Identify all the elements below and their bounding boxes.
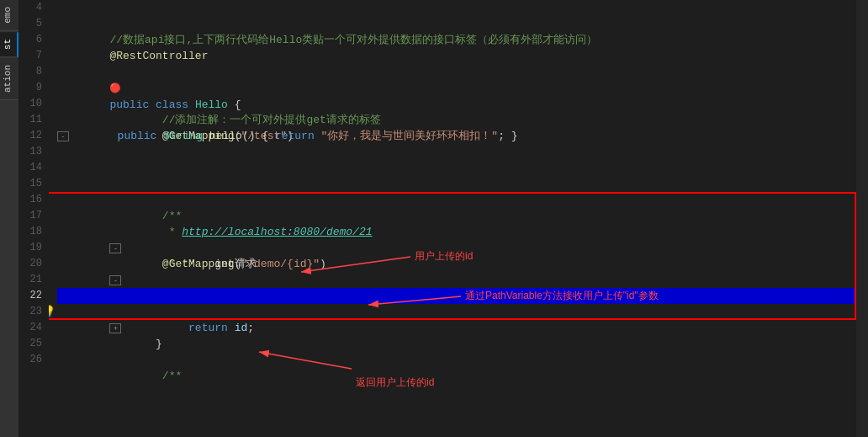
code-line-17: * http://localhost:8080/demo/21 bbox=[57, 208, 856, 224]
code-line-7 bbox=[57, 48, 856, 64]
code-line-10: //添加注解：一个可对外提供get请求的标签 bbox=[57, 96, 856, 112]
line-num-19: 19 bbox=[19, 240, 42, 256]
line-num-7: 7 bbox=[19, 48, 42, 64]
code-line-13 bbox=[57, 144, 856, 160]
code-line-8: 🔴 public class Hello { bbox=[57, 64, 856, 80]
code-line-4 bbox=[57, 0, 856, 16]
code-line-16: /** bbox=[57, 192, 856, 208]
code-line-14 bbox=[57, 160, 856, 176]
line-num-24: 24 bbox=[19, 320, 42, 336]
line-num-12: 12 bbox=[19, 128, 42, 144]
line-num-10: 10 bbox=[19, 96, 42, 112]
line-num-25: 25 bbox=[19, 336, 42, 352]
code-line-12: - public String hello() { return "你好，我是与… bbox=[57, 128, 856, 144]
line-num-11: 11 bbox=[19, 112, 42, 128]
line-num-5: 5 bbox=[19, 16, 42, 32]
line-num-26: 26 bbox=[19, 352, 42, 368]
tab-st[interactable]: st bbox=[0, 32, 19, 57]
code-line-5: //数据api接口,上下两行代码给Hello类贴一个可对外提供数据的接口标签（必… bbox=[57, 16, 856, 32]
code-area[interactable]: //数据api接口,上下两行代码给Hello类贴一个可对外提供数据的接口标签（必… bbox=[49, 0, 856, 437]
line-num-9: 9 bbox=[19, 80, 42, 96]
line-num-21: 21 bbox=[19, 272, 42, 288]
code-line-24 bbox=[57, 320, 856, 336]
code-line-15 bbox=[57, 176, 856, 192]
line-num-14: 14 bbox=[19, 160, 42, 176]
line-num-15: 15 bbox=[19, 176, 42, 192]
code-line-19: @GetMapping("/demo/{id}") bbox=[57, 240, 856, 256]
editor-container: 4 5 6 7 8 9 10 11 12 13 14 15 16 17 18 1… bbox=[19, 0, 868, 437]
tab-demo[interactable]: emo bbox=[0, 0, 19, 31]
code-line-25 bbox=[57, 336, 856, 352]
line-num-22: 22 bbox=[19, 288, 42, 304]
code-line-6: @RestController bbox=[57, 32, 856, 48]
line-num-18: 18 bbox=[19, 224, 42, 240]
line-num-17: 17 bbox=[19, 208, 42, 224]
svg-text:返回用户上传的id: 返回用户上传的id bbox=[356, 376, 434, 388]
line-num-8: 8 bbox=[19, 64, 42, 80]
line-num-20: 20 bbox=[19, 256, 42, 272]
code-line-18: - * */ get请求 bbox=[57, 224, 856, 240]
code-line-9 bbox=[57, 80, 856, 96]
line-num-13: 13 bbox=[19, 144, 42, 160]
line-num-16: 16 bbox=[19, 192, 42, 208]
code-line-21: System.out.println("id="+id); bbox=[57, 272, 856, 288]
code-line-20: - public String demo(@PathVariable("id")… bbox=[57, 256, 856, 272]
left-panel-tabs: emo st ation bbox=[0, 0, 19, 437]
line-num-4: 4 bbox=[19, 0, 42, 16]
line-num-23: 23 bbox=[19, 304, 42, 320]
code-line-22: 💡 return id; bbox=[57, 288, 856, 304]
code-line-23: + } bbox=[57, 304, 856, 320]
right-scrollbar[interactable] bbox=[856, 0, 868, 437]
tab-ation[interactable]: ation bbox=[0, 58, 19, 100]
editor-content: 4 5 6 7 8 9 10 11 12 13 14 15 16 17 18 1… bbox=[19, 0, 868, 437]
line-num-6: 6 bbox=[19, 32, 42, 48]
code-line-11: @GetMapping("/test") bbox=[57, 112, 856, 128]
line-numbers: 4 5 6 7 8 9 10 11 12 13 14 15 16 17 18 1… bbox=[19, 0, 49, 437]
code-line-26: /** bbox=[57, 352, 856, 368]
